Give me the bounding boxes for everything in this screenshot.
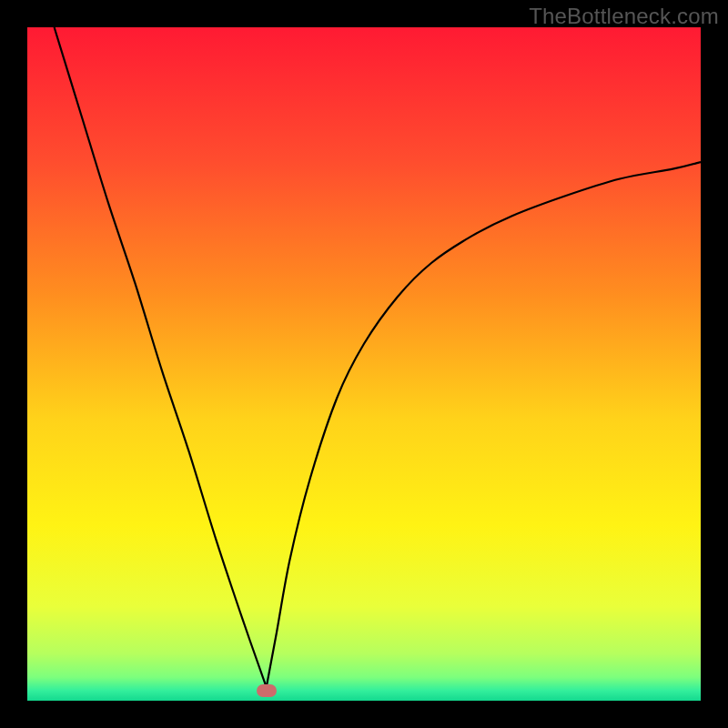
chart-frame xyxy=(27,27,701,701)
optimum-marker xyxy=(257,684,277,697)
watermark-text: TheBottleneck.com xyxy=(529,4,719,29)
bottleneck-chart xyxy=(27,27,701,701)
gradient-background xyxy=(27,27,701,701)
